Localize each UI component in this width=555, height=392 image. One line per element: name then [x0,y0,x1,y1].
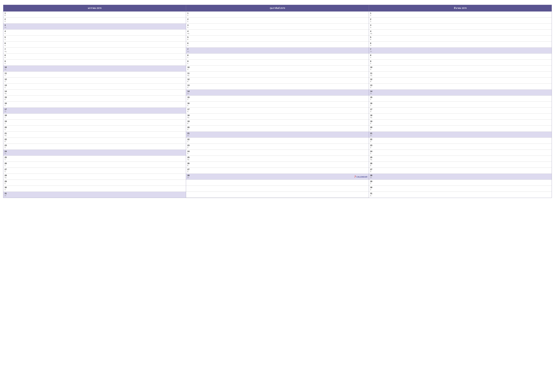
day-number: 23 [187,144,367,147]
day-number: 3 [5,24,185,27]
day-number: 9 [370,60,550,63]
day-row: 24พ. [369,150,552,156]
day-number: 31 [5,192,185,195]
day-row: 2อ. [369,18,552,24]
day-abbr: พ. [187,69,367,71]
day-number: 19 [5,120,185,123]
day-abbr: จ. [370,183,550,185]
day-row: 22จ. [369,138,552,144]
day-row: 28อา. [369,174,552,180]
day-row: 1ศ. [3,12,186,18]
day-abbr: ศ. [370,39,550,41]
day-row: 6พ. [3,42,186,48]
day-row: 13พ. [3,84,186,90]
day-row: 26อ. [3,162,186,168]
day-number: 11 [5,72,185,75]
day-row: 20ส. [186,126,369,132]
empty-row [186,192,369,198]
day-row: 27ส. [186,168,369,174]
day-number: 8 [187,54,367,57]
month-col-2: กุมภาพันธ์ 25701จ.2อ.3พ.4พฤ.5ศ.6ส.7อา.8จ… [186,5,369,198]
day-row: 19อ. [3,120,186,126]
day-number: 17 [370,108,550,111]
day-abbr: ส. [5,147,185,149]
day-row: 10พ. [186,66,369,71]
day-abbr: ส. [370,87,550,88]
day-row: 11จ. [3,71,186,78]
day-abbr: พฤ. [5,51,185,52]
day-row: 9ส. [3,60,186,66]
calendar-grid: มกราคม 25701ศ.2ส.3อา.4จ.5อ.6พ.7พฤ.8ศ.9ส.… [3,5,552,198]
day-abbr: ศ. [5,141,185,143]
day-abbr: พฤ. [5,177,185,179]
month-col-1: มกราคม 25701ศ.2ส.3อา.4จ.5อ.6พ.7พฤ.8ศ.9ส.… [3,5,186,198]
day-row: 31อา. [3,192,186,198]
day-abbr: พฤ. [187,159,367,161]
day-row: 22จ. [186,138,369,144]
day-row: 24พ. [186,150,369,156]
day-abbr: จ. [5,75,185,77]
day-abbr: พ. [5,171,185,173]
day-row: 21อา. [369,132,552,138]
day-number: 10 [5,66,185,69]
day-number: 29 [370,180,550,183]
day-row: 31พ. [369,192,552,198]
day-abbr: พฤ. [187,75,367,77]
day-row: 15ศ. [3,96,186,102]
day-number: 5 [187,36,367,39]
day-number: 19 [370,120,550,123]
day-number: 14 [187,90,367,93]
day-row: 1จ. [369,12,552,18]
day-abbr: อ. [370,21,550,22]
day-row: 27ส. [369,168,552,174]
day-row: 15จ. [369,96,552,102]
day-abbr: พ. [187,153,367,155]
day-number: 30 [370,186,550,189]
day-abbr: ศ. [5,15,185,16]
day-row: 8จ. [369,54,552,60]
day-row: 23ส. [3,144,186,150]
day-abbr: ส. [5,21,185,22]
day-number: 18 [370,114,550,117]
watermark-text: CALENDAR [357,176,367,178]
day-number: 7 [370,48,550,51]
day-abbr: ส. [187,129,367,131]
day-number: 26 [5,162,185,165]
day-row: 12อ. [3,78,186,84]
day-number: 25 [370,156,550,159]
day-abbr: จ. [370,99,550,100]
day-abbr: พฤ. [370,33,550,35]
day-abbr: อา. [187,135,367,136]
day-row: 28พฤ. [3,174,186,180]
day-abbr: จ. [370,141,550,143]
day-row: 13ส. [186,84,369,90]
day-abbr: อา. [5,27,185,29]
day-abbr: พ. [370,111,550,113]
day-abbr: จ. [187,99,367,100]
day-number: 4 [187,30,367,33]
day-number: 2 [5,18,185,21]
day-abbr: อา. [370,93,550,94]
day-row: 19ศ. [369,120,552,126]
day-abbr: อ. [5,123,185,125]
day-number: 15 [187,96,367,99]
day-abbr: จ. [5,159,185,161]
day-abbr: อา. [370,135,550,136]
day-abbr: ส. [370,129,550,131]
day-number: 21 [5,132,185,135]
day-number: 10 [187,66,367,69]
day-number: 17 [5,108,185,111]
day-number: 1 [5,12,185,15]
day-number: 20 [187,126,367,129]
day-row: 23อ. [369,144,552,150]
day-row: 5อ. [3,36,186,42]
day-number: 24 [370,150,550,153]
day-abbr: ศ. [5,99,185,100]
day-row: 30อ. [369,186,552,192]
day-abbr: ส. [5,189,185,191]
day-number: 18 [187,114,367,117]
day-row: 17พ. [186,108,369,114]
day-row: 17พ. [369,108,552,114]
day-abbr: ศ. [187,123,367,125]
day-number: 13 [370,84,550,87]
